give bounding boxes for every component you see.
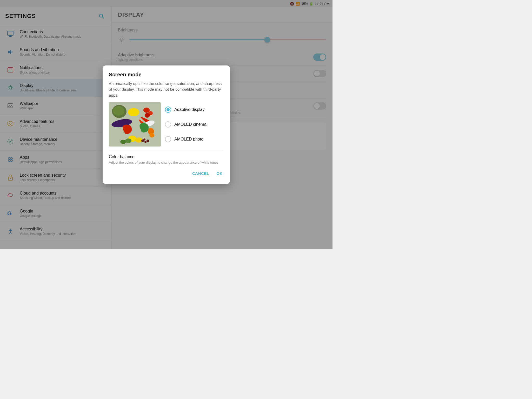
dialog-body: Adaptive display AMOLED cinema AMOLED ph… — [109, 102, 224, 147]
color-balance-title: Color balance — [109, 155, 224, 159]
svg-point-46 — [113, 106, 124, 116]
svg-point-60 — [120, 140, 126, 144]
modal-overlay[interactable]: Screen mode Automatically optimize the c… — [0, 0, 332, 249]
amoled-photo-option[interactable]: AMOLED photo — [165, 134, 224, 144]
svg-point-56 — [144, 141, 147, 143]
svg-point-50 — [145, 113, 150, 118]
ok-button[interactable]: OK — [216, 169, 224, 178]
amoled-photo-label: AMOLED photo — [174, 137, 203, 142]
radio-inner-adaptive — [167, 108, 170, 111]
amoled-cinema-option[interactable]: AMOLED cinema — [165, 119, 224, 130]
screen-mode-dialog: Screen mode Automatically optimize the c… — [103, 65, 230, 184]
adaptive-display-radio[interactable] — [165, 107, 171, 113]
amoled-photo-radio[interactable] — [165, 136, 171, 142]
svg-point-47 — [128, 108, 139, 116]
cancel-button[interactable]: CANCEL — [191, 169, 210, 178]
adaptive-display-label: Adaptive display — [174, 107, 205, 112]
svg-point-57 — [147, 139, 149, 142]
color-balance-section: Color balance Adjust the colors of your … — [109, 151, 224, 165]
adaptive-display-option[interactable]: Adaptive display — [165, 104, 224, 115]
dialog-image — [109, 102, 161, 147]
svg-point-59 — [125, 138, 131, 143]
svg-point-58 — [143, 138, 145, 141]
dialog-options: Adaptive display AMOLED cinema AMOLED ph… — [165, 102, 224, 147]
dialog-buttons: CANCEL OK — [109, 169, 224, 178]
svg-point-54 — [135, 137, 142, 143]
color-balance-desc: Adjust the colors of your display to cha… — [109, 160, 224, 165]
amoled-cinema-label: AMOLED cinema — [174, 122, 207, 127]
dialog-title: Screen mode — [109, 72, 224, 78]
amoled-cinema-radio[interactable] — [165, 121, 171, 128]
dialog-description: Automatically optimize the color range, … — [109, 81, 224, 98]
